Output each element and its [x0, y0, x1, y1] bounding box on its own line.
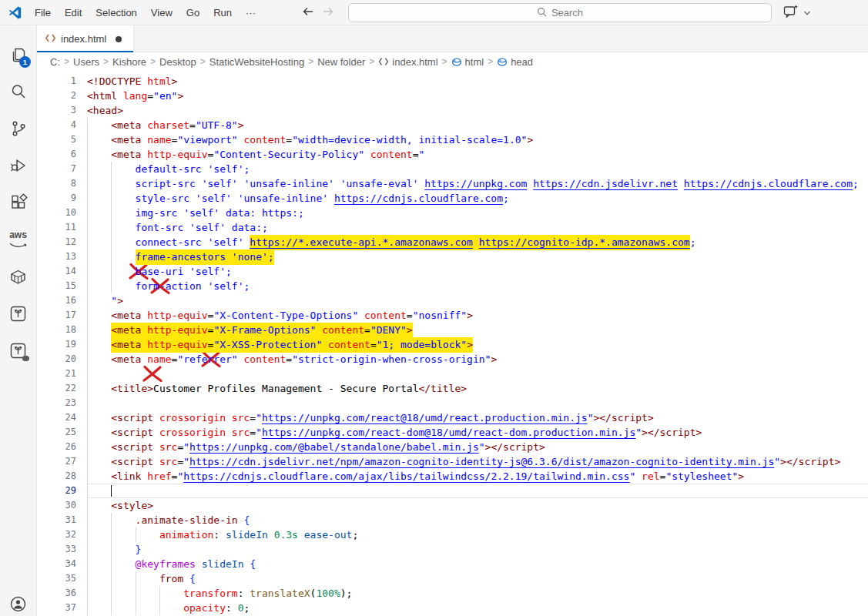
breadcrumb-item-head[interactable]: head — [497, 56, 533, 68]
code-line-17[interactable]: 17<meta http-equiv="X-Content-Type-Optio… — [37, 308, 868, 323]
line-content: <meta name="referrer" content="strict-or… — [87, 352, 868, 367]
explorer-icon[interactable]: 1 — [0, 36, 36, 73]
menu-view[interactable]: View — [144, 4, 179, 22]
line-number: 26 — [37, 440, 87, 454]
code-line-4[interactable]: 4<meta charset="UTF-8"> — [37, 118, 868, 132]
line-content: form-action 'self'; — [87, 279, 868, 293]
breadcrumb-item-html[interactable]: html — [451, 56, 484, 68]
aws-label: aws — [8, 230, 28, 239]
breadcrumb-item-staticwebsitehosting[interactable]: StaticWebsiteHosting — [209, 56, 304, 68]
menu-file[interactable]: File — [28, 4, 58, 22]
code-line-19[interactable]: 19<meta http-equiv="X-XSS-Protection" co… — [37, 337, 868, 352]
line-number: 4 — [37, 118, 87, 132]
line-content: .animate-slide-in { — [87, 513, 868, 527]
code-line-20[interactable]: 20<meta name="referrer" content="strict-… — [37, 352, 868, 367]
line-content: <script crossorigin src="https://unpkg.c… — [87, 410, 868, 425]
tab-strip: index.html — [37, 25, 868, 52]
plant-extension-alt-icon[interactable] — [0, 332, 36, 369]
code-line-14[interactable]: 14base-uri 'self'; — [37, 264, 868, 279]
code-line-26[interactable]: 26<script src="https://unpkg.com/@babel/… — [37, 440, 868, 454]
extensions-icon[interactable] — [0, 184, 36, 221]
line-number: 35 — [37, 571, 87, 586]
menu-run[interactable]: Run — [206, 4, 239, 22]
modified-dot[interactable] — [116, 36, 122, 42]
code-line-10[interactable]: 10img-src 'self' data: https:; — [37, 206, 868, 220]
breadcrumb-item-desktop[interactable]: Desktop — [159, 56, 196, 68]
menu-edit[interactable]: Edit — [58, 4, 89, 22]
code-line-5[interactable]: 5<meta name="viewport" content="width=de… — [37, 132, 868, 147]
line-content: transform: translateX(100%); — [87, 586, 868, 601]
code-line-31[interactable]: 31.animate-slide-in { — [37, 513, 868, 527]
tab-index-html[interactable]: index.html — [37, 25, 134, 52]
code-line-34[interactable]: 34@keyframes slideIn { — [37, 557, 868, 571]
plant-extension-icon[interactable] — [0, 295, 36, 332]
line-content: default-src 'self'; — [87, 162, 868, 176]
search-sidebar-icon[interactable] — [0, 73, 36, 110]
source-control-icon[interactable] — [0, 110, 36, 147]
code-line-6[interactable]: 6<meta http-equiv="Content-Security-Poli… — [37, 147, 868, 162]
code-line-9[interactable]: 9style-src 'self' 'unsafe-inline' https:… — [37, 191, 868, 206]
line-number: 10 — [37, 206, 87, 220]
code-editor[interactable]: 1<!DOCTYPE html>2<html lang="en">3<head>… — [37, 71, 868, 616]
line-content: <head> — [87, 103, 868, 118]
code-icon — [378, 57, 389, 66]
containers-icon[interactable] — [0, 258, 36, 295]
code-line-1[interactable]: 1<!DOCTYPE html> — [37, 74, 868, 89]
code-line-15[interactable]: 15form-action 'self'; — [37, 279, 868, 293]
line-number: 13 — [37, 249, 87, 264]
account-icon[interactable] — [0, 585, 36, 616]
breadcrumb-item-users[interactable]: Users — [73, 56, 99, 68]
code-line-25[interactable]: 25<script crossorigin src="https://unpkg… — [37, 425, 868, 440]
line-content: <script src="https://cdn.jsdelivr.net/np… — [87, 454, 868, 469]
code-line-33[interactable]: 33} — [37, 542, 868, 557]
code-line-22[interactable]: 22<title>Customer Profiles Management - … — [37, 381, 868, 396]
line-number: 22 — [37, 381, 87, 396]
breadcrumb-item-new-folder[interactable]: New folder — [317, 56, 365, 68]
code-line-30[interactable]: 30<style> — [37, 498, 868, 513]
back-arrow-icon[interactable] — [302, 6, 314, 19]
breadcrumb-item-index-html[interactable]: index.html — [378, 56, 437, 68]
line-number: 18 — [37, 323, 87, 337]
code-line-24[interactable]: 24<script crossorigin src="https://unpkg… — [37, 410, 868, 425]
code-line-23[interactable]: 23 — [37, 396, 868, 410]
menu-selection[interactable]: Selection — [89, 4, 143, 22]
line-content: <meta name="viewport" content="width=dev… — [87, 132, 868, 147]
code-line-16[interactable]: 16"> — [37, 293, 868, 308]
code-line-32[interactable]: 32animation: slideIn 0.3s ease-out; — [37, 527, 868, 542]
code-line-11[interactable]: 11font-src 'self' data:; — [37, 220, 868, 235]
line-number: 7 — [37, 162, 87, 176]
code-line-29[interactable]: 29 — [37, 484, 868, 498]
code-line-2[interactable]: 2<html lang="en"> — [37, 89, 868, 103]
text-cursor — [111, 485, 112, 497]
line-number: 3 — [37, 103, 87, 118]
breadcrumb-item-c-[interactable]: C: — [50, 56, 60, 68]
code-line-21[interactable]: 21 — [37, 367, 868, 381]
copilot-chat-icon[interactable] — [783, 4, 799, 22]
menu-go[interactable]: Go — [179, 4, 206, 22]
line-number: 25 — [37, 425, 87, 440]
search-icon — [537, 7, 547, 19]
search-input[interactable]: Search — [348, 3, 772, 22]
code-line-13[interactable]: 13frame-ancestors 'none'; — [37, 249, 868, 264]
menu-moremoremore[interactable]: ··· — [239, 4, 263, 22]
run-and-debug-icon[interactable] — [0, 147, 36, 184]
line-content: style-src 'self' 'unsafe-inline' https:/… — [87, 191, 868, 206]
breadcrumb-separator: > — [200, 56, 206, 67]
code-line-28[interactable]: 28<link href="https://cdnjs.cloudflare.c… — [37, 469, 868, 484]
breadcrumb: C:>Users>Kishore>Desktop>StaticWebsiteHo… — [37, 52, 868, 71]
code-line-35[interactable]: 35from { — [37, 571, 868, 586]
line-number: 23 — [37, 396, 87, 410]
chevron-down-icon[interactable] — [803, 7, 811, 18]
code-line-3[interactable]: 3<head> — [37, 103, 868, 118]
aws-toolkit-icon[interactable]: aws — [0, 221, 36, 258]
breadcrumb-item-kishore[interactable]: Kishore — [112, 56, 146, 68]
code-line-37[interactable]: 37opacity: 0; — [37, 601, 868, 615]
code-line-8[interactable]: 8script-src 'self' 'unsafe-inline' 'unsa… — [37, 176, 868, 191]
code-line-7[interactable]: 7default-src 'self'; — [37, 162, 868, 176]
line-number: 12 — [37, 235, 87, 249]
code-line-12[interactable]: 12connect-src 'self' https://*.execute-a… — [37, 235, 868, 249]
code-line-27[interactable]: 27<script src="https://cdn.jsdelivr.net/… — [37, 454, 868, 469]
code-line-18[interactable]: 18<meta http-equiv="X-Frame-Options" con… — [37, 323, 868, 337]
code-line-36[interactable]: 36transform: translateX(100%); — [37, 586, 868, 601]
line-number: 11 — [37, 220, 87, 235]
